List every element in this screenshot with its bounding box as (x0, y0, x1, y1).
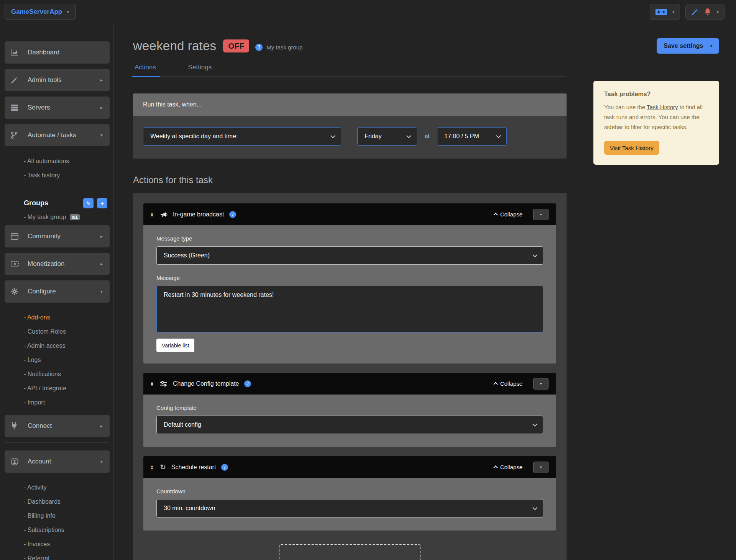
sidebar-item-invoices[interactable]: - Invoices (24, 537, 110, 551)
sidebar-item-label: Admin tools (28, 76, 100, 84)
field-label: Message type (156, 235, 543, 242)
chevron-down-icon (496, 133, 501, 138)
save-settings-label: Save settings (664, 43, 703, 49)
app-name: GameServerApp (11, 8, 62, 16)
schedule-type-select[interactable]: Weekly at specific day and time: (143, 127, 341, 146)
sidebar-item-referral[interactable]: - Referral (24, 551, 110, 560)
bell-icon (704, 8, 711, 16)
sidebar-item-task-history[interactable]: - Task history (24, 168, 110, 182)
group-count-badge: 0/1 (70, 214, 79, 220)
message-textarea[interactable]: Restart in 30 minutes for weekend rates! (156, 286, 543, 332)
save-settings-button[interactable]: Save settings ▾ (657, 38, 719, 54)
chevron-down-icon (532, 505, 537, 510)
message-type-select[interactable]: Success (Green) (156, 246, 543, 265)
tab-actions[interactable]: Actions (133, 64, 158, 76)
divider (5, 442, 109, 443)
variable-list-button[interactable]: Variable list (156, 339, 194, 352)
chevron-down-icon: ▾ (100, 459, 103, 464)
visit-task-history-button[interactable]: Visit Task History (604, 141, 659, 155)
drag-handle-icon[interactable]: ▲▼ (150, 465, 154, 470)
sidebar-item-dashboard[interactable]: Dashboard (5, 41, 110, 64)
notifications-menu-button[interactable]: ▾ (685, 4, 724, 20)
countdown-value: 30 min. countdown (164, 505, 215, 512)
language-menu-button[interactable]: A★ ▾ (650, 4, 680, 20)
status-badge: OFF (223, 39, 249, 52)
sidebar-item-billing-info[interactable]: - Billing info (24, 509, 110, 523)
sidebar-item-account[interactable]: Account ▾ (5, 450, 110, 473)
action-card-broadcast: ▲▼ In-game broadcast i Collapse ▾ (143, 203, 556, 364)
chevron-down-icon: ▾ (672, 10, 675, 15)
task-history-link[interactable]: Task History (647, 104, 678, 110)
sidebar-item-admin-tools[interactable]: Admin tools ▸ (5, 69, 110, 91)
sidebar-item-dashboards[interactable]: - Dashboards (24, 495, 110, 509)
task-group-link[interactable]: My task group (266, 44, 302, 51)
action-card-body: Countdown 30 min. countdown (143, 478, 556, 531)
sidebar-item-my-task-group[interactable]: - My task group 0/1 (5, 210, 110, 225)
banknote-icon (11, 261, 22, 267)
chevron-down-icon (406, 133, 411, 138)
sidebar: Dashboard Admin tools ▸ Servers ▸ Automa… (0, 24, 114, 560)
help-icon[interactable]: ? (255, 44, 263, 51)
collapse-button[interactable]: Collapse (494, 464, 522, 470)
sidebar-item-connect[interactable]: Connect ▸ (5, 415, 110, 437)
countdown-select[interactable]: 30 min. countdown (156, 499, 543, 517)
tab-settings[interactable]: Settings (187, 64, 213, 76)
card-menu-button[interactable]: ▾ (533, 378, 549, 390)
wand-icon (691, 8, 699, 16)
group-label: - My task group (24, 214, 66, 221)
chevron-down-icon: ▾ (67, 10, 69, 15)
chevron-up-icon (493, 382, 498, 386)
app-menu-button[interactable]: GameServerApp ▾ (5, 4, 76, 20)
topbar-actions: A★ ▾ ▾ (650, 4, 724, 20)
sidebar-item-activity[interactable]: - Activity (24, 480, 110, 495)
drag-handle-icon[interactable]: ▲▼ (150, 382, 154, 386)
sidebar-item-api-integrate[interactable]: - API / Integrate (24, 381, 110, 395)
sidebar-item-admin-access[interactable]: - Admin access (24, 339, 110, 353)
collapse-button[interactable]: Collapse (494, 211, 522, 218)
drag-handle-icon[interactable]: ▲▼ (150, 212, 154, 217)
edit-groups-button[interactable]: ✎ (83, 198, 94, 208)
collapse-label: Collapse (500, 380, 522, 387)
sidebar-item-custom-roles[interactable]: - Custom Roles (24, 324, 110, 339)
server-icon (11, 104, 22, 111)
day-select[interactable]: Friday (357, 127, 417, 146)
card-menu-button[interactable]: ▾ (533, 209, 549, 220)
add-group-button[interactable]: + (97, 198, 107, 208)
sidebar-item-add-ons[interactable]: - Add-ons (24, 310, 110, 324)
add-action-button[interactable]: ⊞ Add action ( 3 / 50 ) (279, 544, 421, 560)
chevron-right-icon: ▸ (100, 234, 103, 239)
time-select[interactable]: 17:00 / 5 PM (437, 127, 507, 146)
info-icon[interactable]: i (221, 464, 228, 471)
chevron-right-icon: ▸ (100, 77, 103, 83)
account-subnav: - Activity - Dashboards - Billing info -… (5, 478, 110, 560)
collapse-button[interactable]: Collapse (494, 380, 522, 387)
action-title: Schedule restart (171, 464, 216, 471)
sidebar-item-community[interactable]: Community ▸ (5, 225, 110, 247)
divider (19, 191, 110, 191)
sidebar-item-monetization[interactable]: Monetization ▸ (5, 253, 110, 275)
trigger-panel-body: Weekly at specific day and time: Friday … (133, 116, 567, 159)
sidebar-item-notifications[interactable]: - Notifications (24, 367, 110, 381)
config-template-select[interactable]: Default config (156, 416, 543, 434)
chevron-down-icon (532, 252, 537, 257)
sidebar-item-import[interactable]: - Import (24, 395, 110, 409)
action-card-schedule-restart: ▲▼ ↻ Schedule restart i Collapse ▾ Count… (143, 456, 556, 531)
info-icon[interactable]: i (244, 380, 251, 387)
sidebar-item-subscriptions[interactable]: - Subscriptions (24, 523, 110, 537)
sidebar-item-logs[interactable]: - Logs (24, 353, 110, 367)
field-label: Message (156, 275, 543, 281)
chevron-down-icon (330, 133, 335, 138)
action-card-body: Message type Success (Green) Message Res… (143, 225, 556, 364)
sidebar-item-all-automations[interactable]: - All automations (24, 154, 110, 168)
sidebar-item-configure[interactable]: Configure ▾ (5, 280, 110, 303)
trigger-panel: Run this task, when... Weekly at specifi… (133, 93, 567, 159)
chevron-down-icon: ▾ (716, 10, 719, 15)
sidebar-item-automate-tasks[interactable]: Automate / tasks ▾ (5, 124, 110, 146)
chevron-up-icon (493, 213, 498, 217)
sidebar-item-label: Account (28, 458, 100, 465)
groups-heading: Groups (24, 199, 80, 207)
field-label: Config template (156, 404, 543, 411)
sidebar-item-servers[interactable]: Servers ▸ (5, 97, 110, 119)
card-menu-button[interactable]: ▾ (533, 462, 549, 473)
info-icon[interactable]: i (229, 211, 236, 218)
